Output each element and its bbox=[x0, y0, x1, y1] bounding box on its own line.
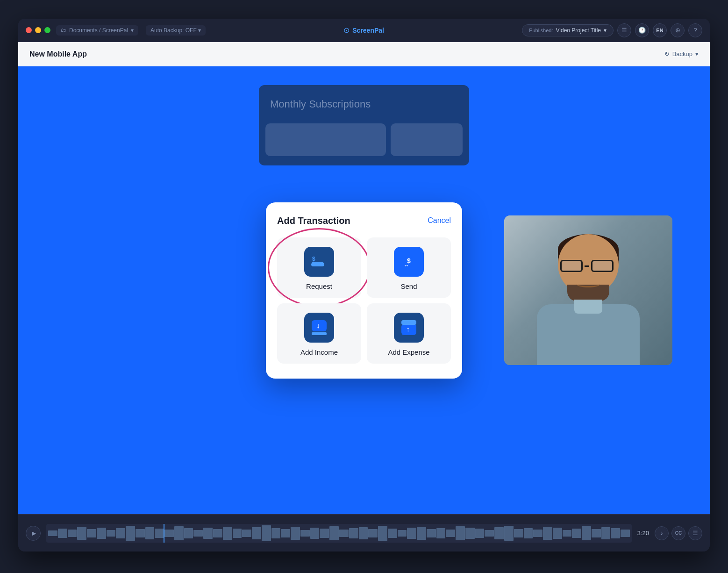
auto-backup-chevron-icon: ▾ bbox=[198, 27, 201, 34]
modal-header: Add Transaction Cancel bbox=[277, 215, 451, 226]
backup-chevron-icon: ▾ bbox=[695, 50, 699, 57]
backup-icon: ↻ bbox=[664, 50, 670, 57]
dollar-arrows-icon: $ ↔ bbox=[400, 254, 418, 269]
right-glass-frame bbox=[591, 260, 614, 272]
cancel-button[interactable]: Cancel bbox=[428, 216, 451, 225]
language-label: EN bbox=[656, 28, 663, 33]
add-expense-transaction-item[interactable]: ↑ Add Expense bbox=[367, 303, 451, 364]
traffic-lights bbox=[26, 27, 50, 33]
timeline-icons: ♪ CC ☰ bbox=[655, 526, 702, 540]
help-button[interactable]: ? bbox=[688, 23, 702, 37]
person-smile bbox=[577, 281, 600, 287]
folder-path[interactable]: 🗂 Documents / ScreenPal ▾ bbox=[56, 25, 138, 36]
layers-icon: ⊕ bbox=[675, 27, 680, 34]
svg-rect-11 bbox=[401, 320, 416, 325]
add-transaction-modal: Add Transaction Cancel $ bbox=[266, 202, 462, 379]
close-button[interactable] bbox=[26, 27, 32, 33]
play-icon: ▶ bbox=[32, 530, 36, 537]
modal-title: Add Transaction bbox=[277, 215, 350, 226]
timeline-track[interactable]: 1:08:00 bbox=[46, 524, 632, 543]
menu-icon: ☰ bbox=[621, 27, 627, 34]
more-options-icon: ☰ bbox=[692, 530, 698, 537]
screenpal-logo-icon: ⊙ bbox=[343, 26, 350, 35]
project-bar: New Mobile App ↻ Backup ▾ bbox=[18, 42, 710, 66]
backup-button[interactable]: ↻ Backup ▾ bbox=[664, 50, 699, 57]
published-label-text: Published: bbox=[529, 28, 553, 33]
play-button[interactable]: ▶ bbox=[26, 526, 41, 541]
history-button[interactable]: 🕐 bbox=[635, 23, 649, 37]
captions-button[interactable]: CC bbox=[671, 526, 685, 540]
glass-bridge bbox=[585, 265, 589, 267]
minimize-button[interactable] bbox=[35, 27, 41, 33]
add-expense-label: Add Expense bbox=[388, 348, 429, 356]
add-income-label: Add Income bbox=[300, 348, 338, 356]
request-icon-wrap: $ bbox=[304, 247, 334, 277]
video-container: Monthly Subscriptions Add Transaction Ca… bbox=[18, 66, 710, 514]
titlebar-right: Published: Video Project Title ▾ ☰ 🕐 EN … bbox=[522, 23, 702, 37]
content-area: New Mobile App ↻ Backup ▾ Monthly Subscr… bbox=[18, 42, 710, 552]
published-chevron-icon: ▾ bbox=[604, 27, 607, 34]
titlebar-left: 🗂 Documents / ScreenPal ▾ Auto Backup: O… bbox=[56, 25, 206, 36]
published-button[interactable]: Published: Video Project Title ▾ bbox=[522, 24, 614, 36]
add-expense-icon-wrap: ↑ bbox=[394, 313, 424, 343]
svg-text:↔: ↔ bbox=[404, 262, 409, 269]
backup-label: Backup bbox=[672, 50, 692, 57]
person-glasses bbox=[560, 260, 616, 272]
person-collar bbox=[574, 300, 602, 314]
music-button[interactable]: ♪ bbox=[655, 526, 669, 540]
history-icon: 🕐 bbox=[638, 27, 646, 34]
app-window: 🗂 Documents / ScreenPal ▾ Auto Backup: O… bbox=[18, 19, 710, 552]
auto-backup-toggle[interactable]: Auto Backup: OFF ▾ bbox=[146, 25, 206, 36]
folder-chevron-icon: ▾ bbox=[131, 27, 134, 34]
send-icon-wrap: $ ↔ bbox=[394, 247, 424, 277]
transaction-grid: $ Request bbox=[277, 237, 451, 364]
language-button[interactable]: EN bbox=[653, 23, 667, 37]
svg-rect-9 bbox=[312, 332, 327, 335]
svg-rect-3 bbox=[311, 263, 324, 266]
request-transaction-item[interactable]: $ Request bbox=[277, 237, 361, 298]
layers-button[interactable]: ⊕ bbox=[671, 23, 685, 37]
timeline-bar: ▶ 1:08:00 3:20 ♪ CC bbox=[18, 514, 710, 552]
download-icon: ↓ bbox=[309, 317, 329, 338]
project-title-display: Video Project Title bbox=[556, 27, 601, 34]
titlebar-center: ⊙ ScreenPal bbox=[206, 26, 522, 35]
auto-backup-text: Auto Backup: OFF bbox=[150, 27, 197, 34]
playhead[interactable]: 1:08:00 bbox=[164, 524, 164, 543]
presenter-video bbox=[504, 215, 672, 365]
app-name: ScreenPal bbox=[352, 27, 384, 34]
hand-dollar-icon: $ bbox=[310, 254, 328, 269]
maximize-button[interactable] bbox=[44, 27, 50, 33]
menu-button[interactable]: ☰ bbox=[617, 23, 631, 37]
svg-text:$: $ bbox=[312, 256, 315, 262]
add-income-icon-wrap: ↓ bbox=[304, 313, 334, 343]
waveform bbox=[46, 524, 632, 543]
add-income-transaction-item[interactable]: ↓ Add Income bbox=[277, 303, 361, 364]
svg-text:↑: ↑ bbox=[406, 325, 410, 333]
more-options-button[interactable]: ☰ bbox=[688, 526, 702, 540]
help-icon: ? bbox=[693, 27, 697, 34]
captions-icon: CC bbox=[675, 530, 682, 536]
upload-icon: ↑ bbox=[399, 317, 419, 338]
left-glass-frame bbox=[560, 260, 583, 272]
folder-icon: 🗂 bbox=[61, 27, 66, 34]
music-icon: ♪ bbox=[660, 530, 664, 537]
time-display: 3:20 bbox=[637, 530, 649, 537]
send-label: Send bbox=[400, 282, 417, 290]
webcam-overlay bbox=[504, 215, 672, 365]
send-transaction-item[interactable]: $ ↔ Send bbox=[367, 237, 451, 298]
titlebar: 🗂 Documents / ScreenPal ▾ Auto Backup: O… bbox=[18, 19, 710, 42]
folder-path-text: Documents / ScreenPal bbox=[69, 27, 128, 34]
project-title: New Mobile App bbox=[29, 50, 87, 58]
svg-text:↓: ↓ bbox=[316, 322, 320, 329]
request-label: Request bbox=[306, 282, 332, 290]
